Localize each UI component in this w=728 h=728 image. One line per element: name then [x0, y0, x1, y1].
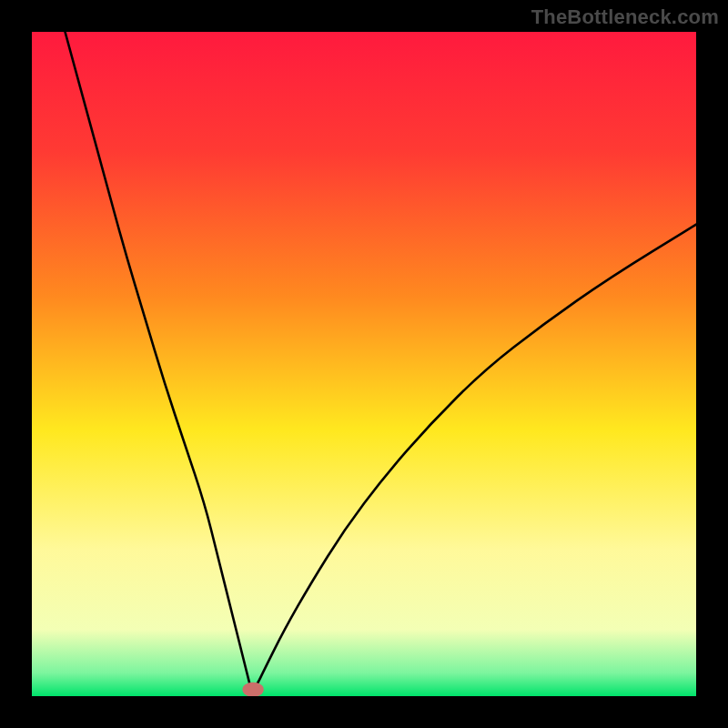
minimum-marker	[242, 682, 263, 696]
chart-frame: TheBottleneck.com	[0, 0, 728, 728]
plot-area	[32, 32, 696, 696]
gradient-background	[32, 32, 696, 696]
watermark-text: TheBottleneck.com	[531, 5, 719, 29]
chart-svg	[32, 32, 696, 696]
